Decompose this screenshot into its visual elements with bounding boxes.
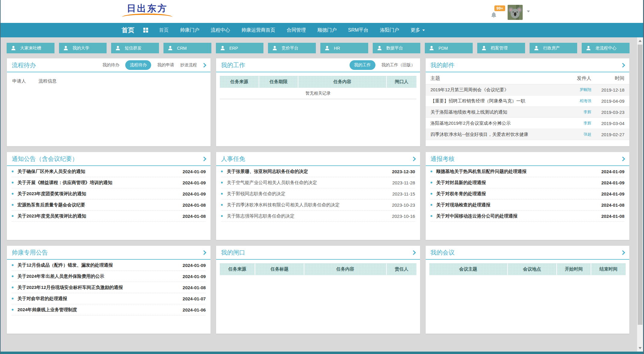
scrollbar-thumb[interactable] [638, 45, 642, 325]
nav-item-contract-mgmt[interactable]: 合同管理 [287, 27, 306, 33]
report-item[interactable]: 关于对现场检查的处理通报2024-01-08 [431, 199, 624, 211]
bullet-icon [431, 171, 432, 172]
table-header: 任务来源 [220, 76, 259, 88]
quick-link-crm[interactable]: CRM [163, 43, 211, 53]
panel-title: 人事任免 [221, 155, 245, 163]
tab-my-todo[interactable]: 我的待办 [102, 62, 119, 68]
mail-row[interactable]: 2019年12月第三周周例会《会议纪要》 罗帼翔 2019-12-18 [426, 84, 629, 96]
panel-title: 帅康专用公告 [12, 249, 48, 257]
chevron-right-icon[interactable] [621, 156, 625, 161]
more-caret-icon [422, 30, 425, 32]
panel-my-meetings: 我的会议 会议主题 会议地点 开始时间 结束时间 [425, 246, 630, 334]
chevron-right-icon[interactable] [411, 250, 416, 255]
person-icon [115, 45, 121, 51]
quick-link-pdm[interactable]: PDM [425, 43, 473, 53]
mail-row[interactable]: 洛阳基地2019年2月会议室成本分摊公示 李辉 2019-03-04 [426, 118, 629, 129]
window-border-left [0, 0, 1, 354]
apps-grid-icon[interactable] [143, 28, 148, 33]
tab-cc-process[interactable]: 抄送流程 [180, 62, 197, 68]
report-item[interactable]: 顺德基地关于热风机售后配件问题的处理通报2024-01-09 [431, 166, 624, 177]
vertical-scrollbar[interactable] [637, 37, 643, 352]
quick-link-erp[interactable]: ERP [216, 43, 264, 53]
panel-personnel: 人事任免 关于张景珊、张亚秋同志职务任命的决定2023-12-30 关于空气能产… [216, 152, 420, 240]
bullet-icon [12, 204, 14, 206]
tab-my-work-legacy[interactable]: 我的工作（旧版） [381, 62, 415, 68]
chevron-right-icon[interactable] [621, 250, 625, 255]
bullet-icon [12, 264, 14, 266]
quick-link-tucao[interactable]: 大家来吐槽 [7, 43, 54, 53]
shuaikang-item[interactable]: 关于对俞华君的处理通报2024-01-07 [12, 293, 206, 304]
bullet-icon [12, 275, 14, 277]
bullet-icon [431, 215, 432, 217]
person-icon [272, 45, 278, 51]
header-actions: 99+ [490, 2, 530, 20]
nav-item-luoyang-portal[interactable]: 洛阳门户 [380, 27, 399, 33]
personnel-item[interactable]: 关于张景珊、张亚秋同志职务任命的决定2023-12-30 [221, 166, 415, 177]
notice-item[interactable]: 关于确保厂区外来人员安全的通知2024-01-09 [12, 166, 206, 177]
notice-item[interactable]: 关于2023年度党员奖项评比的通知2024-01-08 [12, 211, 206, 222]
table-header: 任务来源 [220, 263, 255, 275]
tab-process-todo[interactable]: 流程待办 [125, 60, 151, 70]
scroll-up-arrow-icon[interactable] [637, 38, 643, 44]
nav-item-more[interactable]: 更多 [411, 27, 425, 33]
report-item[interactable]: 关于对权冬青的处理通报2024-01-09 [431, 188, 624, 199]
shuaikang-item[interactable]: 2024年帅康线上业务管理制度2024-01-06 [12, 304, 206, 315]
company-logo[interactable]: 日出东方 [122, 2, 173, 21]
bullet-icon [12, 171, 14, 172]
mail-row[interactable]: 四季沐歌净水站--创业好项目，关爱农村饮水健康 张超 2019-02-27 [426, 129, 629, 140]
chevron-right-icon[interactable] [202, 63, 207, 67]
personnel-item[interactable]: 关于陈志强等同志职务任命的决定2023-10-16 [221, 211, 415, 222]
quick-link-bidding[interactable]: 竞价平台 [268, 43, 316, 53]
quick-link-data-platform[interactable]: 数据平台 [373, 43, 421, 53]
avatar[interactable] [508, 5, 523, 20]
quick-link-sms[interactable]: 短信群发 [111, 43, 159, 53]
logo-text: 日出东方 [122, 2, 173, 15]
personnel-item[interactable]: 关于空气能产业公司相关人员职务任命的决定2023-11-28 [221, 177, 415, 188]
mail-col-time: 时间 [591, 75, 624, 82]
personnel-item[interactable]: 关于郭锐同志职务任命的决定2023-11-15 [221, 188, 415, 199]
notice-item[interactable]: 关于开展《精益课程：供应商管理》培训的通知2024-01-09 [12, 177, 206, 188]
nav-item-operator-home[interactable]: 帅康运营商首页 [241, 27, 275, 33]
shuaikang-item[interactable]: 关于2023年12月份现场安全标杆车间正负激励的通报2024-01-08 [12, 282, 206, 293]
bullet-icon [431, 193, 432, 195]
report-item[interactable]: 关于对中国移动连云港分公司的处理通报2024-01-08 [431, 211, 624, 222]
quick-link-archives[interactable]: 档案管理 [477, 43, 525, 53]
notice-item[interactable]: 关于2023年度团委奖项评比的通知2024-01-09 [12, 188, 206, 199]
scroll-down-arrow-icon[interactable] [637, 345, 643, 351]
notifications-button[interactable]: 99+ [490, 5, 499, 20]
chevron-right-icon[interactable] [202, 156, 207, 161]
tab-my-work[interactable]: 我的工作 [350, 60, 375, 70]
quick-link-university[interactable]: 我的大学 [59, 43, 107, 53]
bullet-icon [221, 171, 223, 172]
bullet-icon [12, 287, 14, 288]
profile-dropdown-caret-icon[interactable] [527, 11, 530, 14]
chevron-right-icon[interactable] [411, 156, 416, 161]
report-item[interactable]: 关于对封昌新的处理通报2024-01-09 [431, 177, 624, 188]
nav-item-home[interactable]: 首页 [159, 27, 169, 33]
nav-item-srm[interactable]: SRM平台 [348, 27, 369, 33]
bullet-icon [431, 204, 432, 206]
panel-title: 我的会议 [431, 249, 455, 257]
person-icon [167, 45, 173, 51]
tab-my-applications[interactable]: 我的申请 [157, 62, 174, 68]
person-icon [11, 45, 16, 51]
column-label-process-info: 流程信息 [39, 78, 57, 84]
quick-link-legacy-process[interactable]: 老流程中心 [582, 43, 630, 53]
chevron-right-icon[interactable] [621, 63, 625, 67]
mail-row[interactable]: 关于洛阳基地绩效考核上线测试的通知 李辉 2019-03-23 [426, 107, 629, 118]
bullet-icon [12, 193, 14, 195]
nav-item-process-center[interactable]: 流程中心 [211, 27, 230, 33]
chevron-right-icon[interactable] [202, 250, 207, 255]
notice-item[interactable]: 宏源热泵售后质量专题会会议纪要2024-01-08 [12, 199, 206, 211]
person-icon [377, 45, 382, 51]
personnel-item[interactable]: 关于四季沐歌净水科技有限公司相关人员职务任命的决定2023-10-23 [221, 199, 415, 211]
nav-item-shunde-portal[interactable]: 顺德门户 [317, 27, 337, 33]
quick-link-hr[interactable]: HR [320, 43, 368, 53]
panel-title: 我的邮件 [431, 61, 455, 69]
quick-link-admin-property[interactable]: 行政房产 [530, 43, 577, 53]
mail-row[interactable]: 【重要】招聘工程销售经理（阿康桑马克）一职 相海强 2019-04-09 [426, 96, 629, 107]
nav-home-title[interactable]: 首页 [122, 26, 134, 34]
shuaikang-item[interactable]: 关于12月份成品（配件）错发、漏发的处理通报2024-01-09 [12, 260, 206, 271]
nav-item-shuaikang-portal[interactable]: 帅康门户 [180, 27, 199, 33]
shuaikang-item[interactable]: 关于2024年常出差人员意外保险费用的公示2024-01-09 [12, 271, 206, 282]
